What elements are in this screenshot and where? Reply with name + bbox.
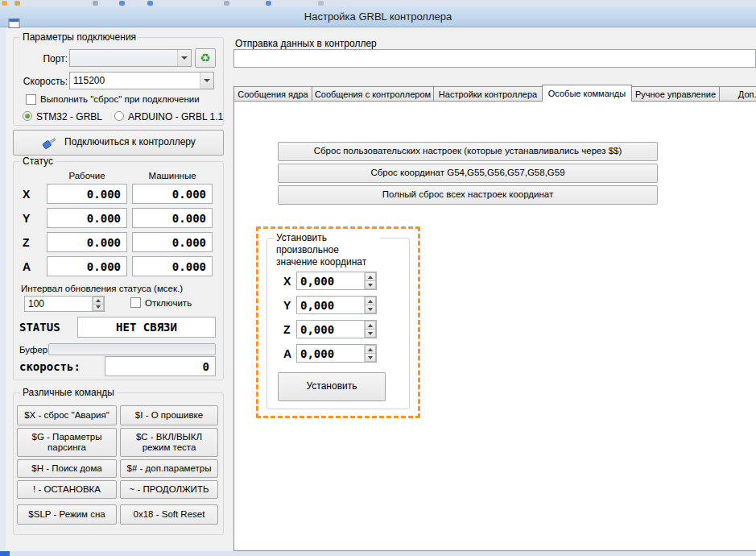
cmd-firmware-info-button[interactable]: $I - О прошивке: [120, 405, 218, 425]
window-title: Настройка GRBL контроллера: [304, 10, 452, 23]
set-a-value: 0,000: [297, 345, 364, 362]
feed-speed-label: скорость:: [19, 360, 81, 373]
set-a-label: A: [283, 347, 291, 360]
set-x-label: X: [283, 275, 291, 288]
window-border-bottom: [0, 551, 756, 556]
set-z-stepper[interactable]: 0,000: [296, 320, 377, 338]
buffer-label: Буфер: [19, 345, 48, 355]
set-y-stepper[interactable]: 0,000: [296, 296, 377, 314]
axis-a-machine-field[interactable]: 0.000: [132, 256, 213, 276]
axis-z-work-value: 0.000: [87, 236, 121, 249]
cmd-test-mode-button[interactable]: $C - ВКЛ/ВЫКЛ режим теста: [120, 428, 218, 457]
title-bar[interactable]: Настройка GRBL контроллера: [0, 6, 756, 27]
cmd-label: 0x18 - Soft Reset: [134, 509, 205, 520]
set-coords-button[interactable]: Установить: [278, 372, 386, 401]
cmd-label: $I - О прошивке: [135, 410, 203, 421]
axis-a-label: A: [23, 260, 31, 273]
axis-y-machine-field[interactable]: 0.000: [132, 208, 213, 228]
cmd-label: $G - Параметры парсинга: [20, 432, 114, 453]
down-arrow-icon[interactable]: [93, 305, 104, 312]
cmd-reset-alarm-button[interactable]: $X - сброс "Авария": [17, 405, 117, 425]
axis-z-work-field[interactable]: 0.000: [47, 232, 127, 252]
disable-status-label[interactable]: Отключить: [145, 298, 192, 308]
tab-special-commands[interactable]: Особые комманды: [542, 85, 632, 102]
cmd-label: $C - ВКЛ/ВЫКЛ режим теста: [123, 432, 215, 453]
tab-label: Особые комманды: [548, 89, 626, 98]
radio-stm32-label[interactable]: STM32 - GRBL: [36, 111, 102, 122]
button-label: Сброс координат G54,G55,G56,G57,G58,G59: [370, 168, 564, 178]
up-arrow-icon[interactable]: [365, 272, 376, 281]
connect-button-label: Подключиться к контроллеру: [64, 137, 196, 148]
set-z-label: Z: [283, 323, 291, 336]
axis-x-machine-field[interactable]: 0.000: [132, 184, 213, 204]
disable-status-checkbox[interactable]: [130, 297, 141, 308]
cmd-parser-params-button[interactable]: $G - Параметры парсинга: [17, 428, 117, 457]
cmd-soft-reset-button[interactable]: 0x18 - Soft Reset: [120, 504, 218, 525]
background-icon: [14, 1, 20, 6]
port-select[interactable]: [69, 49, 192, 67]
status-label: STATUS: [19, 321, 60, 334]
interval-stepper[interactable]: 100: [24, 296, 105, 312]
reset-on-connect-checkbox[interactable]: [26, 94, 36, 105]
cmd-label: ~ - ПРОДОЛЖИТЬ: [130, 484, 209, 495]
radio-stm32[interactable]: [23, 111, 32, 121]
app-icon: [8, 17, 21, 30]
set-a-stepper[interactable]: 0,000: [296, 344, 377, 363]
cmd-label: ! - ОСТАНОВКА: [33, 484, 101, 495]
button-label: Установить: [307, 381, 357, 392]
cmd-extra-params-button[interactable]: $# - доп.параметры: [120, 459, 218, 478]
status-value-field: НЕТ СВЯЗИ: [77, 317, 216, 338]
tab-kernel-messages[interactable]: Сообщения ядра: [233, 86, 312, 102]
refresh-ports-button[interactable]: ♻: [195, 48, 216, 68]
set-y-label: Y: [283, 299, 291, 312]
axis-a-work-value: 0.000: [87, 260, 121, 273]
button-label: Полный сброс всех настроек координат: [382, 189, 553, 200]
radio-arduino-label[interactable]: ARDUINO - GRBL 1.1: [128, 111, 223, 122]
feed-speed-field: 0: [105, 356, 216, 376]
tab-label: Сообщения ядра: [238, 89, 308, 99]
axis-z-label: Z: [23, 236, 30, 249]
set-coords-group-title: Установить произвольное значение координ…: [274, 232, 380, 268]
reset-g54-g59-button[interactable]: Сброс координат G54,G55,G56,G57,G58,G59: [278, 164, 658, 183]
set-x-stepper[interactable]: 0,000: [296, 272, 377, 290]
cmd-resume-button[interactable]: ~ - ПРОДОЛЖИТЬ: [120, 480, 218, 499]
down-arrow-icon[interactable]: [365, 330, 376, 338]
cmd-sleep-button[interactable]: $SLP - Режим сна: [17, 504, 117, 525]
up-arrow-icon[interactable]: [93, 297, 104, 305]
tab-label: Ручное управление: [635, 89, 716, 99]
axis-x-machine-value: 0.000: [172, 188, 206, 201]
axis-a-machine-value: 0.000: [172, 260, 206, 273]
down-arrow-icon[interactable]: [365, 354, 376, 362]
radio-arduino[interactable]: [114, 111, 124, 121]
axis-a-work-field[interactable]: 0.000: [47, 256, 127, 276]
tab-controller-settings[interactable]: Настройки контроллера: [433, 86, 543, 102]
speed-select[interactable]: 115200: [69, 72, 214, 89]
up-arrow-icon[interactable]: [365, 321, 376, 330]
tab-controller-messages[interactable]: Сообщения с контроллером: [312, 86, 434, 102]
cmd-home-button[interactable]: $H - Поиск дома: [17, 459, 117, 478]
background-icon: [119, 1, 125, 6]
cmd-stop-button[interactable]: ! - ОСТАНОВКА: [17, 480, 117, 499]
tab-manual-control[interactable]: Ручное управление: [631, 86, 720, 102]
chevron-down-icon[interactable]: [177, 50, 191, 66]
axis-z-machine-field[interactable]: 0.000: [132, 232, 213, 252]
up-arrow-icon[interactable]: [365, 297, 376, 305]
status-group-title: Статус: [20, 156, 56, 167]
full-coords-reset-button[interactable]: Полный сброс всех настроек координат: [278, 185, 658, 205]
reset-on-connect-label[interactable]: Выполнить "сброс" при подключении: [40, 94, 200, 104]
send-data-input[interactable]: [233, 49, 756, 68]
machine-coords-header: Машинные: [132, 171, 213, 180]
axis-y-work-field[interactable]: 0.000: [47, 208, 127, 228]
connect-button[interactable]: Подключиться к контроллеру: [13, 130, 224, 156]
tab-extra-stats[interactable]: Доп. ста: [719, 86, 756, 102]
axis-x-work-field[interactable]: 0.000: [47, 184, 127, 204]
work-coords-header: Рабочие: [47, 171, 127, 180]
down-arrow-icon[interactable]: [365, 281, 376, 289]
background-icon: [147, 1, 153, 6]
cmd-label: $X - сброс "Авария": [24, 410, 109, 421]
chevron-down-icon[interactable]: [200, 73, 213, 89]
up-arrow-icon[interactable]: [365, 345, 376, 354]
tab-label: Настройки контроллера: [439, 89, 537, 99]
down-arrow-icon[interactable]: [365, 305, 376, 313]
reset-user-settings-button[interactable]: Сброс пользовательских настроек (которые…: [278, 142, 658, 161]
